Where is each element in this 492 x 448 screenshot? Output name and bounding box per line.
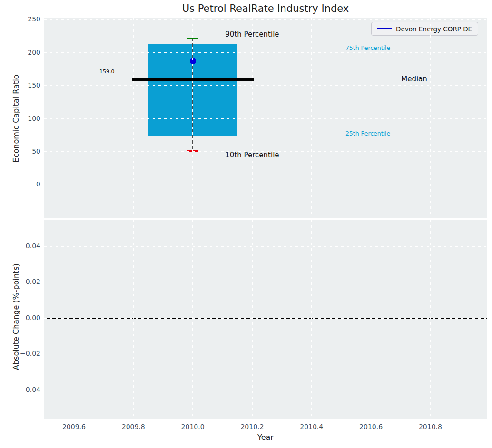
gridline-horizontal — [44, 118, 487, 119]
y-tick-label-top: 250 — [11, 15, 40, 23]
y-tick-label-bottom: −0.02 — [11, 350, 40, 357]
y-tick-label-bottom: 0.02 — [11, 278, 40, 285]
gridline-horizontal — [44, 354, 487, 354]
figure-root: Us Petrol RealRate Industry Index Econom… — [0, 0, 492, 448]
gridline-vertical — [252, 220, 252, 419]
gridline-vertical — [371, 220, 371, 419]
gridline-horizontal — [44, 185, 487, 185]
y-tick-label-top: 100 — [11, 115, 40, 122]
legend: Devon Energy CORP DE — [371, 22, 478, 36]
gridline-vertical — [192, 220, 193, 419]
annotation-median-value: 159.0 — [99, 68, 115, 74]
y-tick-label-top: 150 — [11, 81, 40, 89]
y-tick-label-top: 0 — [11, 180, 40, 188]
annotation-median: Median — [401, 75, 427, 83]
y-tick-label-top: 200 — [11, 49, 40, 56]
y-tick-label-bottom: 0.00 — [11, 314, 40, 321]
gridline-horizontal — [44, 282, 487, 282]
bottom-plot-area — [44, 220, 487, 419]
x-tick-label: 2010.2 — [233, 423, 271, 430]
y-tick-label-top: 50 — [11, 147, 40, 155]
gridline-horizontal — [44, 85, 487, 86]
gridline-vertical — [74, 220, 74, 419]
gridline-horizontal — [44, 52, 487, 53]
gridline-horizontal — [44, 390, 487, 390]
x-tick-label: 2010.4 — [293, 423, 331, 430]
x-tick-label: 2009.8 — [114, 423, 152, 430]
x-tick-label: 2010.8 — [411, 423, 449, 430]
annotation-25th-percentile: 25th Percentile — [345, 130, 390, 137]
x-tick-label: 2010.6 — [352, 423, 390, 430]
gridline-horizontal — [44, 246, 487, 246]
gridline-horizontal — [44, 318, 487, 318]
gridline-horizontal — [44, 151, 487, 152]
legend-line-sample — [377, 28, 392, 29]
y-tick-label-bottom: −0.04 — [11, 386, 40, 393]
chart-title: Us Petrol RealRate Industry Index — [44, 3, 487, 14]
x-axis-label: Year — [257, 433, 274, 442]
legend-label: Devon Energy CORP DE — [396, 25, 472, 33]
gridline-vertical — [311, 220, 312, 419]
x-tick-label: 2010.0 — [174, 423, 212, 430]
gridline-vertical — [430, 220, 431, 419]
gridline-vertical — [133, 220, 134, 419]
gridline-horizontal — [44, 19, 487, 20]
y-tick-label-bottom: 0.04 — [11, 242, 40, 250]
annotation-75th-percentile: 75th Percentile — [345, 44, 390, 51]
x-tick-label: 2009.6 — [55, 423, 93, 430]
